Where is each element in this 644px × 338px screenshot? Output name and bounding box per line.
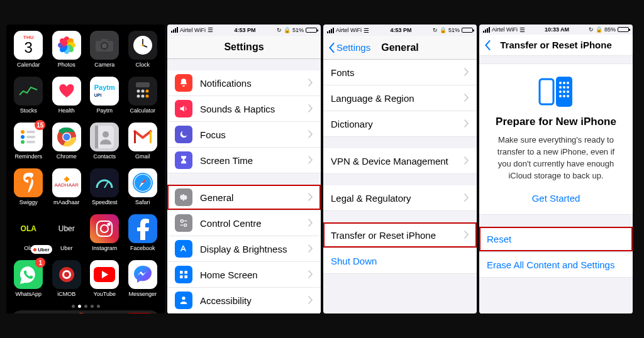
app-calculator[interactable]: Calculator (126, 77, 160, 114)
status-bar: Airtel WiFi ☰ 4:53 PM ↻ 🔒 51% (167, 25, 321, 36)
nav-title: Transfer or Reset iPhone (500, 40, 612, 50)
app-chrome[interactable]: Chrome (50, 123, 84, 160)
row-sounds-haptics[interactable]: Sounds & Haptics (167, 96, 321, 122)
app-photos[interactable]: Photos (50, 31, 84, 68)
home-screen: THU3 Calendar Photos Camera Clock Stocks (6, 25, 165, 313)
row-shut-down[interactable]: Shut Down (323, 248, 477, 274)
app-instagram[interactable]: Instagram (87, 214, 122, 251)
app-clock[interactable]: Clock (126, 31, 160, 68)
app-health[interactable]: Health (50, 77, 84, 114)
carrier-label: Airtel WiFi (180, 27, 206, 33)
row-vpn-device-management[interactable]: VPN & Device Management (323, 148, 477, 174)
text-icon (175, 240, 192, 258)
app-speedtest[interactable]: Speedtest (87, 168, 122, 205)
row-notifications[interactable]: Notifications (167, 70, 321, 96)
svg-point-24 (63, 134, 70, 141)
row-legal-regulatory[interactable]: Legal & Regulatory (323, 185, 477, 211)
app-safari[interactable]: Safari (126, 168, 160, 205)
general-list[interactable]: Fonts Language & Region Dictionary VPN &… (323, 60, 477, 274)
svg-point-87 (563, 82, 565, 84)
back-button[interactable] (484, 40, 491, 50)
carrier-label: Airtel WiFi (336, 27, 362, 33)
clock-label: Clock (135, 62, 150, 68)
app-camera[interactable]: Camera (87, 31, 122, 68)
app-icmob[interactable]: iCMOB (50, 260, 84, 297)
page-indicator[interactable] (6, 301, 165, 310)
orientation-lock-icon: ↻ (589, 26, 594, 33)
nav-bar: Settings General (323, 36, 477, 60)
hero-heading: Prepare for New iPhone (489, 116, 623, 128)
icmob-icon (52, 260, 81, 289)
app-ola[interactable]: OLA Uber Ola (11, 214, 46, 251)
svg-point-83 (182, 297, 185, 300)
app-swiggy[interactable]: Swiggy (11, 168, 46, 205)
chevron-right-icon (308, 129, 313, 140)
stocks-label: Stocks (20, 107, 37, 114)
row-accessibility[interactable]: Accessibility (167, 288, 321, 313)
contacts-icon (90, 123, 119, 151)
row-label: General (200, 192, 233, 203)
svg-point-16 (21, 130, 25, 134)
status-time: 10:33 AM (525, 26, 589, 33)
back-button[interactable]: Settings (328, 42, 370, 53)
whatsapp-icon: 1 (14, 260, 43, 289)
row-home-screen[interactable]: Home Screen (167, 262, 321, 288)
nav-bar: Settings (167, 36, 321, 59)
row-focus[interactable]: Focus (167, 122, 321, 148)
chevron-right-icon (308, 218, 313, 229)
dock: 4 (10, 310, 161, 313)
action-reset[interactable]: Reset (479, 226, 633, 252)
app-contacts[interactable]: Contacts (87, 123, 122, 160)
paytm-label: Paytm (96, 107, 113, 114)
chevron-right-icon (464, 230, 469, 241)
signal-icon (327, 28, 334, 33)
ola-sub-badge: Uber (31, 245, 52, 254)
app-youtube[interactable]: YouTube (87, 260, 122, 297)
row-control-centre[interactable]: Control Centre (167, 210, 321, 236)
settings-list[interactable]: Notifications Sounds & Haptics Focus Scr… (167, 59, 321, 313)
svg-point-12 (145, 90, 148, 93)
wifi-icon: ☰ (364, 27, 369, 34)
svg-rect-26 (95, 126, 98, 148)
row-display-brightness[interactable]: Display & Brightness (167, 236, 321, 262)
app-uber[interactable]: Uber Uber (50, 214, 84, 251)
orientation-lock-icon: ↻ (433, 27, 438, 33)
general-screen: Airtel WiFi ☰ 4:53 PM ↻ 🔒 51% Settings G… (323, 25, 477, 313)
app-stocks[interactable]: Stocks (11, 77, 46, 114)
svg-rect-81 (180, 275, 183, 278)
row-screen-time[interactable]: Screen Time (167, 148, 321, 173)
row-general[interactable]: General (167, 185, 321, 210)
row-label: VPN & Device Management (331, 156, 448, 166)
app-gmail[interactable]: Gmail (126, 123, 160, 160)
battery-icon (306, 28, 317, 33)
action-label: Erase All Content and Settings (487, 259, 614, 270)
row-dictionary[interactable]: Dictionary (323, 111, 477, 137)
action-erase-all-content-and-settings[interactable]: Erase All Content and Settings (479, 252, 633, 278)
row-fonts[interactable]: Fonts (323, 60, 477, 85)
get-started-link[interactable]: Get Started (532, 193, 580, 204)
hero-body: Make sure everything's ready to transfer… (489, 134, 623, 182)
app-facebook[interactable]: Facebook (126, 214, 160, 251)
row-label: Control Centre (200, 218, 262, 229)
row-label: Dictionary (331, 119, 373, 129)
moon-icon (175, 126, 192, 143)
swiggy-icon (14, 168, 43, 197)
app-paytm[interactable]: PaytmUPI Paytm (87, 77, 122, 114)
calculator-icon (128, 77, 157, 106)
uber-label: Uber (60, 245, 73, 251)
svg-rect-3 (101, 39, 108, 41)
row-label: Screen Time (200, 155, 253, 166)
row-transfer-or-reset-iphone[interactable]: Transfer or Reset iPhone (323, 222, 477, 248)
battery-pct: 85% (604, 26, 616, 33)
svg-point-92 (559, 90, 562, 93)
app-messenger[interactable]: Messenger (126, 260, 160, 297)
app-whatsapp[interactable]: 1 WhatsApp (11, 260, 46, 297)
row-language-region[interactable]: Language & Region (323, 85, 477, 111)
app-calendar[interactable]: THU3 Calendar (11, 31, 46, 68)
row-label: Home Screen (200, 270, 258, 280)
app-maadhaar[interactable]: 🔶AADHAAR mAadhaar (50, 168, 84, 205)
speedtest-label: Speedtest (92, 199, 118, 205)
svg-point-14 (141, 95, 144, 98)
messenger-icon (128, 260, 157, 289)
app-reminders[interactable]: 15 Reminders (11, 123, 46, 160)
